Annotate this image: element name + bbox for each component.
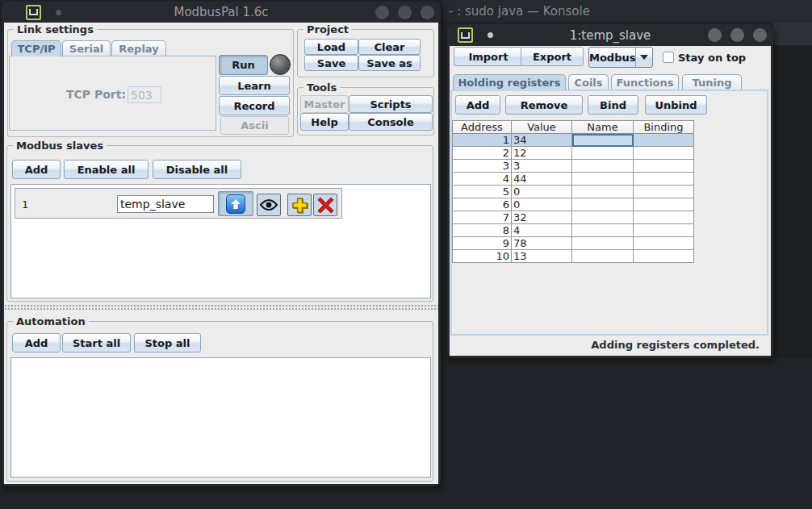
register-binding-cell[interactable] — [634, 186, 694, 198]
slave-name-input[interactable] — [117, 195, 214, 213]
clear-button[interactable]: Clear — [358, 39, 421, 55]
register-remove-button[interactable]: Remove — [505, 95, 583, 115]
modbuspal-titlebar[interactable]: ModbusPal 1.6c — [2, 2, 441, 23]
register-binding-cell[interactable] — [634, 211, 694, 224]
register-binding-cell[interactable] — [634, 237, 694, 250]
register-add-button[interactable]: Add — [455, 95, 500, 115]
register-row[interactable]: 444 — [452, 173, 694, 186]
save-as-button[interactable]: Save as — [358, 55, 421, 71]
register-address-cell[interactable]: 5 — [452, 186, 512, 198]
register-row[interactable]: 84 — [452, 224, 694, 237]
load-button[interactable]: Load — [304, 39, 358, 55]
register-row[interactable]: 60 — [452, 198, 694, 211]
register-address-cell[interactable]: 2 — [452, 147, 512, 160]
register-value-cell[interactable]: 78 — [512, 237, 572, 250]
register-name-cell[interactable] — [572, 237, 634, 250]
register-row[interactable]: 732 — [452, 211, 694, 224]
combobox-arrow-button[interactable] — [636, 48, 652, 67]
register-name-cell[interactable] — [572, 147, 634, 160]
link-settings-group: Link settings TCP/IP Serial Replay TCP P… — [7, 29, 294, 137]
register-row[interactable]: 978 — [452, 237, 694, 250]
register-value-cell[interactable]: 32 — [512, 211, 572, 224]
register-address-cell[interactable]: 7 — [452, 211, 512, 224]
register-name-cell[interactable] — [572, 211, 634, 224]
register-binding-cell[interactable] — [634, 160, 694, 173]
scripts-button[interactable]: Scripts — [349, 95, 433, 113]
splitter-handle[interactable] — [4, 304, 438, 311]
slave-view-button[interactable] — [257, 194, 281, 216]
import-button[interactable]: Import — [454, 47, 523, 66]
learn-button[interactable]: Learn — [219, 76, 290, 95]
slave-delete-button[interactable] — [313, 194, 337, 216]
register-name-cell[interactable] — [572, 134, 634, 147]
slave-duplicate-button[interactable] — [287, 194, 312, 216]
register-binding-cell[interactable] — [634, 134, 694, 147]
tab-tuning[interactable]: Tuning — [682, 74, 742, 90]
stay-on-top-checkbox[interactable] — [663, 52, 674, 63]
tab-replay[interactable]: Replay — [111, 40, 166, 56]
register-name-cell[interactable] — [572, 186, 634, 198]
tab-serial[interactable]: Serial — [62, 40, 111, 56]
run-button[interactable]: Run — [219, 55, 268, 75]
enable-all-button[interactable]: Enable all — [64, 160, 149, 179]
register-address-cell[interactable]: 9 — [452, 237, 512, 250]
register-address-cell[interactable]: 1 — [452, 134, 512, 147]
register-name-cell[interactable] — [572, 250, 634, 263]
register-value-cell[interactable]: 34 — [512, 134, 572, 147]
export-button[interactable]: Export — [521, 47, 584, 66]
tab-coils[interactable]: Coils — [568, 74, 609, 90]
tab-tcpip[interactable]: TCP/IP — [11, 40, 61, 56]
register-value-cell[interactable]: 13 — [512, 250, 572, 263]
protocol-combobox[interactable]: Modbus — [588, 47, 653, 68]
tab-holding-registers[interactable]: Holding registers — [453, 74, 566, 90]
register-value-cell[interactable]: 4 — [512, 224, 572, 237]
register-value-cell[interactable]: 0 — [512, 198, 572, 211]
register-binding-cell[interactable] — [634, 198, 694, 211]
register-name-cell[interactable] — [572, 160, 634, 173]
register-value-cell[interactable]: 0 — [512, 186, 572, 198]
column-header-address[interactable]: Address — [452, 120, 512, 134]
register-address-cell[interactable]: 6 — [452, 198, 512, 211]
register-unbind-button[interactable]: Unbind — [645, 95, 707, 115]
register-address-cell[interactable]: 8 — [452, 224, 512, 237]
automation-list — [10, 357, 431, 478]
register-row[interactable]: 212 — [452, 147, 694, 160]
automation-group: Automation Add Start all Stop all — [6, 321, 433, 482]
register-address-cell[interactable]: 3 — [452, 160, 512, 173]
konsole-tabbar-edge — [773, 23, 812, 45]
slave-id: 1 — [22, 198, 28, 211]
register-name-cell[interactable] — [572, 224, 634, 237]
register-value-cell[interactable]: 3 — [512, 160, 572, 173]
slaves-add-button[interactable]: Add — [12, 160, 61, 179]
column-header-value[interactable]: Value — [512, 120, 572, 134]
register-row[interactable]: 1013 — [452, 250, 694, 263]
console-button[interactable]: Console — [349, 113, 433, 131]
register-value-cell[interactable]: 12 — [512, 147, 572, 160]
save-button[interactable]: Save — [304, 55, 358, 71]
register-binding-cell[interactable] — [634, 250, 694, 263]
register-row[interactable]: 50 — [452, 186, 694, 198]
register-row[interactable]: 134 — [452, 134, 694, 147]
register-address-cell[interactable]: 4 — [452, 173, 512, 186]
register-binding-cell[interactable] — [634, 147, 694, 160]
register-value-cell[interactable]: 44 — [512, 173, 572, 186]
disable-all-button[interactable]: Disable all — [153, 160, 241, 179]
register-name-cell[interactable] — [572, 173, 634, 186]
stop-all-button[interactable]: Stop all — [134, 333, 201, 353]
slave-enable-toggle[interactable] — [218, 191, 253, 216]
register-row[interactable]: 33 — [452, 160, 694, 173]
register-bind-button[interactable]: Bind — [588, 95, 638, 115]
slave-editor-titlebar[interactable]: 1:temp_slave — [447, 24, 773, 46]
start-all-button[interactable]: Start all — [62, 333, 131, 353]
register-binding-cell[interactable] — [634, 224, 694, 237]
column-header-binding[interactable]: Binding — [634, 120, 694, 134]
record-button[interactable]: Record — [219, 96, 290, 115]
help-button[interactable]: Help — [300, 113, 349, 131]
tcp-port-label: TCP Port: — [66, 88, 126, 101]
column-header-name[interactable]: Name — [572, 120, 634, 134]
register-binding-cell[interactable] — [634, 173, 694, 186]
tab-functions[interactable]: Functions — [611, 74, 679, 90]
register-address-cell[interactable]: 10 — [452, 250, 512, 263]
automation-add-button[interactable]: Add — [12, 333, 61, 353]
register-name-cell[interactable] — [572, 198, 634, 211]
